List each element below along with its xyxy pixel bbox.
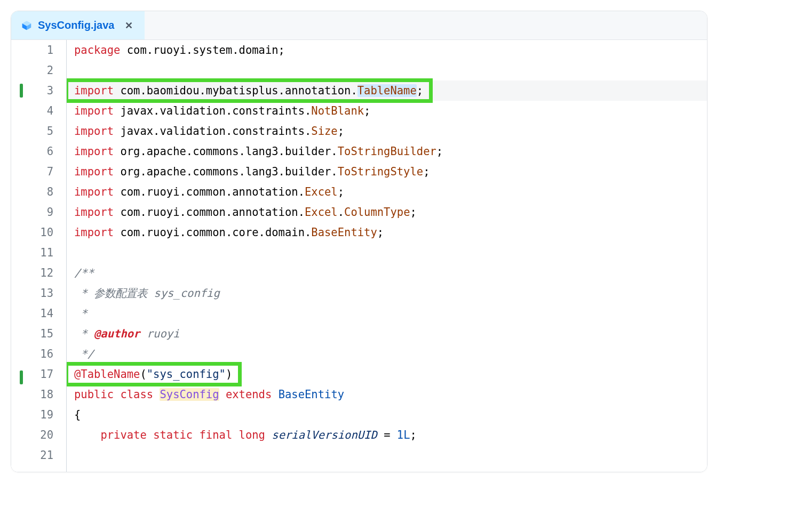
close-icon[interactable]: ✕ xyxy=(123,19,135,33)
change-marker xyxy=(11,84,28,104)
change-marker xyxy=(11,286,28,307)
code-line[interactable]: * xyxy=(74,303,707,324)
code-line[interactable]: import com.ruoyi.common.annotation.Excel… xyxy=(74,182,707,202)
code-line[interactable]: import com.ruoyi.common.core.domain.Base… xyxy=(74,222,707,243)
change-marker xyxy=(11,347,28,367)
editor-card: SysConfig.java ✕ 12345678910111213141516… xyxy=(11,11,707,472)
code-line[interactable]: package com.ruoyi.system.domain; xyxy=(74,40,707,60)
line-number[interactable]: 5 xyxy=(28,121,53,141)
change-marker xyxy=(11,185,28,205)
code-line[interactable]: * 参数配置表 sys_config xyxy=(74,283,707,303)
code-line[interactable]: import javax.validation.constraints.Size… xyxy=(74,121,707,141)
line-number[interactable]: 6 xyxy=(28,141,53,162)
line-number[interactable]: 7 xyxy=(28,162,53,182)
line-number[interactable]: 10 xyxy=(28,222,53,243)
line-number[interactable]: 13 xyxy=(28,283,53,303)
code-content[interactable]: package com.ruoyi.system.domain;import c… xyxy=(67,40,707,472)
change-marker xyxy=(11,60,28,80)
file-tab[interactable]: SysConfig.java ✕ xyxy=(11,11,145,39)
change-marker xyxy=(11,391,28,411)
change-marker xyxy=(11,165,28,185)
code-line[interactable]: public class SysConfig extends BaseEntit… xyxy=(74,384,707,405)
code-line[interactable] xyxy=(74,243,707,263)
change-marker xyxy=(11,266,28,286)
code-line[interactable]: import com.ruoyi.common.annotation.Excel… xyxy=(74,202,707,222)
line-number[interactable]: 2 xyxy=(28,60,53,80)
code-line[interactable]: import org.apache.commons.lang3.builder.… xyxy=(74,141,707,162)
code-line[interactable]: import javax.validation.constraints.NotB… xyxy=(74,101,707,121)
change-marker xyxy=(11,40,28,60)
code-line[interactable]: private static final long serialVersionU… xyxy=(74,425,707,445)
line-number[interactable]: 14 xyxy=(28,303,53,324)
line-number[interactable]: 17 xyxy=(28,364,53,384)
code-line[interactable] xyxy=(74,60,707,80)
code-line[interactable]: import org.apache.commons.lang3.builder.… xyxy=(74,162,707,182)
line-number[interactable]: 20 xyxy=(28,425,53,445)
change-marker xyxy=(11,144,28,165)
change-marker xyxy=(11,411,28,431)
code-line[interactable]: /** xyxy=(74,263,707,283)
line-number[interactable]: 21 xyxy=(28,445,53,465)
tab-filename: SysConfig.java xyxy=(38,19,114,31)
line-number[interactable]: 3 xyxy=(28,80,53,101)
line-number-gutter: 123456789101112131415161718192021 xyxy=(28,40,67,472)
line-number[interactable]: 11 xyxy=(28,243,53,263)
line-number[interactable]: 12 xyxy=(28,263,53,283)
code-line[interactable] xyxy=(74,445,707,465)
line-number[interactable]: 8 xyxy=(28,182,53,202)
change-marker xyxy=(11,225,28,246)
line-number[interactable]: 19 xyxy=(28,405,53,425)
change-marker xyxy=(11,246,28,266)
change-marker xyxy=(11,431,28,452)
line-number[interactable]: 16 xyxy=(28,344,53,364)
change-marker-gutter xyxy=(11,40,28,472)
change-marker xyxy=(11,452,28,472)
code-line[interactable]: @TableName("sys_config") xyxy=(74,364,707,384)
line-number[interactable]: 9 xyxy=(28,202,53,222)
line-number[interactable]: 18 xyxy=(28,384,53,405)
change-marker xyxy=(11,104,28,124)
line-number[interactable]: 1 xyxy=(28,40,53,60)
code-line[interactable]: */ xyxy=(74,344,707,364)
code-area: 123456789101112131415161718192021 packag… xyxy=(11,40,707,472)
line-number[interactable]: 4 xyxy=(28,101,53,121)
change-marker xyxy=(11,205,28,225)
tab-bar: SysConfig.java ✕ xyxy=(11,11,707,40)
change-marker xyxy=(11,307,28,327)
code-line[interactable]: * @author ruoyi xyxy=(74,324,707,344)
java-file-icon xyxy=(21,20,33,31)
change-marker xyxy=(11,124,28,144)
code-line[interactable]: import com.baomidou.mybatisplus.annotati… xyxy=(67,80,707,101)
change-marker xyxy=(11,327,28,347)
code-line[interactable]: { xyxy=(74,405,707,425)
line-number[interactable]: 15 xyxy=(28,324,53,344)
change-marker xyxy=(11,370,28,391)
